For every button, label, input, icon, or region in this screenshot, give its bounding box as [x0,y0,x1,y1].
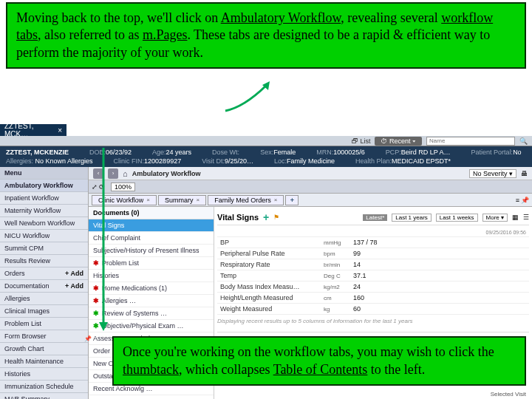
menu-icon[interactable]: ≡ [516,197,519,204]
nav-back-icon[interactable]: ‹ [93,168,103,179]
nav-ambulatory-workflow[interactable]: Ambulatory Workflow [0,180,88,192]
add-vital-icon[interactable]: + [263,211,269,223]
nav-maternity-workflow[interactable]: Maternity Workflow [0,205,88,217]
vitals-date-col: 09/25/2016 09:56 [350,228,529,237]
patient-topbar: 🗗 List ⏱ Recent ▾ 🔍 [0,136,532,146]
add-icon[interactable]: + Add [65,282,83,290]
patient-banner: ZZTEST, MCKENZIE DOB:06/23/92 Age:24 yea… [0,146,532,167]
zoom-dropdown[interactable]: 100% [111,183,135,191]
nav-mar-summary[interactable]: MAR Summary [0,393,88,399]
nav-histories[interactable]: Histories [0,368,88,381]
nav-inpatient-workflow[interactable]: Inpatient Workflow [0,192,88,205]
nav-clinical-images[interactable]: Clinical Images [0,305,88,318]
table-row: Weight Measuredkg60 [217,304,529,315]
vitals-table: 09/25/2016 09:56 BPmmHg137 / 78 Peripher… [217,228,529,315]
tab-add-button[interactable]: + [285,195,299,205]
toc-physical-exam[interactable]: ✱Objective/Physical Exam … [89,320,214,332]
print-icon[interactable]: 🖶 [521,170,528,177]
patient-search-input[interactable] [426,137,515,146]
status-selected-visit: Selected Visit [491,391,526,398]
toc-chief-complaint[interactable]: Chief Complaint [89,232,214,245]
list-button[interactable]: 🗗 List [352,137,371,145]
range-more[interactable]: More ▾ [482,214,508,222]
patient-tab[interactable]: ZZTEST, MCK… × [0,124,66,136]
close-icon[interactable]: × [197,197,200,203]
table-row: BPmmHg137 / 78 [217,237,529,248]
toc-home-meds[interactable]: ✱Home Medications (1) [89,282,214,295]
severity-dropdown[interactable]: No Severity ▾ [469,169,516,178]
toc-ros[interactable]: ✱Review of Systems … [89,307,214,320]
add-icon[interactable]: + Add [65,270,83,277]
range-1yr[interactable]: Last 1 years [392,214,432,222]
toc-vital-signs[interactable]: Vital Signs [89,219,214,232]
table-row: Height/Length Measuredcm160 [217,293,529,304]
home-icon[interactable]: ⌂ [123,169,128,178]
menu-header[interactable]: Menu [0,167,88,180]
reload-icon[interactable]: ⟳ [99,183,105,191]
close-icon[interactable]: × [146,197,150,203]
workflow-toolbar: ‹ › ⌂ Ambulatory Workflow No Severity ▾ … [89,167,532,180]
toc-allergies[interactable]: ✱Allergies … [89,295,214,307]
search-icon[interactable]: 🔍 [519,137,528,145]
nav-immunization-schedule[interactable]: Immunization Schedule [0,381,88,393]
arrow-pointing-up [222,81,273,115]
nav-nicu-workflow[interactable]: NICU Workflow [0,230,88,242]
toc-head-documents[interactable]: Documents (0) [89,207,214,219]
nav-orders[interactable]: Orders+ Add [0,267,88,280]
callout-top: Moving back to the top, we'll click on A… [6,2,526,69]
mpage-tabs: Clinic Workflow× Summary× Family Med Ord… [89,194,532,207]
close-icon[interactable]: × [274,197,278,203]
thumbtack-icon[interactable]: 📌 [84,335,92,343]
callout-bottom: Once you're working on the workflow tabs… [112,336,526,386]
table-row: TempDeg C37.1 [217,270,529,282]
toc-problem-list[interactable]: ✱Problem List [89,257,214,270]
nav-form-browser[interactable]: Form Browser [0,330,88,343]
toc-histories[interactable]: Histories [89,270,214,282]
nav-problem-list[interactable]: Problem List [0,318,88,330]
tab-summary[interactable]: Summary× [158,195,206,205]
nav-summit-cpm[interactable]: Summit CPM [0,242,88,255]
vitals-header: Vital Signs + ⚑ Latest* Last 1 years Las… [217,210,529,225]
expand-icon[interactable]: ⤢ [92,183,98,191]
workflow-title: Ambulatory Workflow [132,170,201,177]
workflow-subtab-bar: ⤢ ⟳ 100% [89,180,532,194]
vitals-title: Vital Signs [217,213,259,222]
range-latest[interactable]: Latest* [363,214,387,221]
table-row: Peripheral Pulse Ratebpm99 [217,248,529,259]
toc-hpi[interactable]: Subjective/History of Present Illness [89,245,214,257]
recent-button[interactable]: ⏱ Recent ▾ [375,137,422,146]
nav-health-maintenance[interactable]: Health Maintenance [0,355,88,368]
patient-tab-close-icon[interactable]: × [58,126,62,134]
nav-results-review[interactable]: Results Review [0,255,88,267]
left-navigator: 📌 Menu Ambulatory Workflow Inpatient Wor… [0,167,89,399]
nav-fwd-icon[interactable]: › [108,168,118,179]
table-row: Respiratory Ratebr/min14 [217,259,529,270]
callout-top-text: Moving back to the top, we'll click on A… [16,10,493,60]
grid-icon[interactable]: ▦ [512,214,519,221]
left-nav-menu: Menu Ambulatory Workflow Inpatient Workf… [0,167,88,399]
tab-clinic-workflow[interactable]: Clinic Workflow× [92,195,157,205]
banner-patient-name: ZZTEST, MCKENZIE [6,149,69,156]
nav-documentation[interactable]: Documentation+ Add [0,280,88,293]
tab-family-med-orders[interactable]: Family Med Orders× [208,195,284,205]
thumbtack-icon[interactable]: 📌 [521,197,529,204]
nav-allergies[interactable]: Allergies [0,293,88,305]
nav-growth-chart[interactable]: Growth Chart [0,343,88,355]
callout-bottom-text: Once you're working on the workflow tabs… [123,344,494,376]
nav-well-newborn-workflow[interactable]: Well Newborn Workflow [0,217,88,230]
flag-icon[interactable]: ⚑ [273,214,279,221]
vitals-disclaimer: Displaying recent results up to 5 column… [217,315,529,327]
table-row: Body Mass Index Measu…kg/m224 [217,282,529,293]
list-icon[interactable]: ☰ [523,214,529,221]
range-1wk[interactable]: Last 1 weeks [436,214,478,222]
